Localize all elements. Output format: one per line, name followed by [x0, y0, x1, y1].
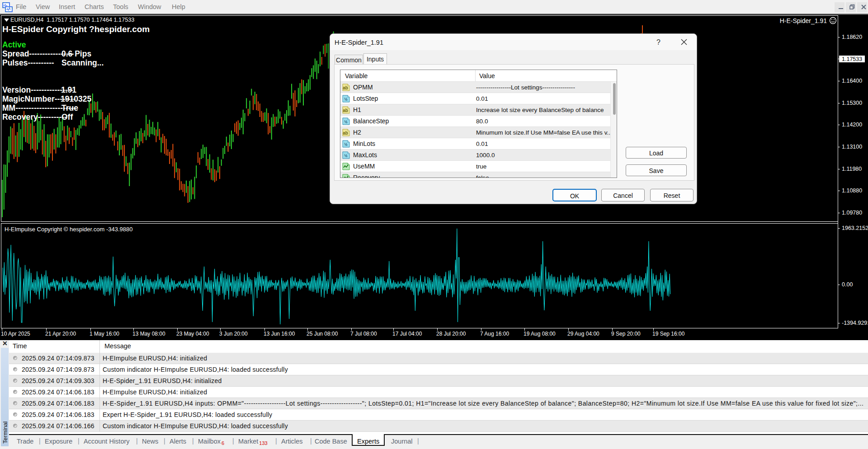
- svg-text:½: ½: [344, 142, 348, 147]
- svg-text:Terminal: Terminal: [2, 421, 9, 444]
- svg-text:½: ½: [344, 154, 348, 158]
- svg-text:ab: ab: [343, 85, 348, 90]
- svg-text:ab: ab: [343, 108, 348, 113]
- svg-text:½: ½: [344, 120, 348, 124]
- svg-text:ab: ab: [343, 131, 348, 136]
- svg-text:½: ½: [344, 97, 348, 102]
